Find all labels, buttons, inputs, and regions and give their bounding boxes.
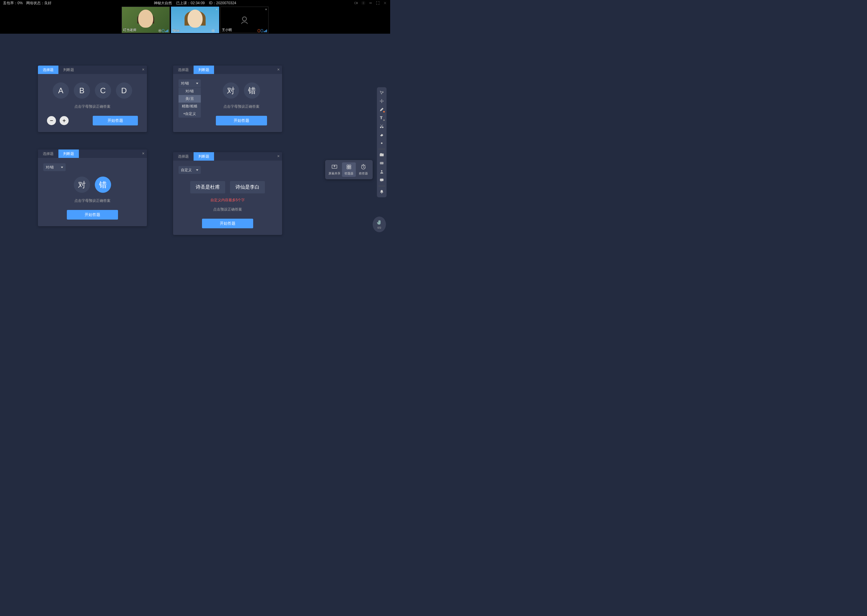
id-label: ID：	[209, 1, 216, 5]
tools-popup: 屏幕共享 答题器 抢答器	[325, 160, 373, 179]
network-value: 良好	[44, 1, 52, 5]
option-true[interactable]: 对	[223, 82, 239, 99]
error-text: 自定义内容最多5个字	[173, 198, 282, 203]
hint-text: 点击字母预设正确答案	[38, 104, 147, 109]
close-icon[interactable]: ×	[142, 151, 145, 156]
gear-icon[interactable]	[361, 1, 366, 5]
svg-rect-22	[347, 167, 349, 169]
video-tile-camera-off[interactable]: × 王小明	[221, 6, 268, 33]
chat-tool[interactable]	[378, 176, 385, 184]
raise-hand-button[interactable]: 0/2	[373, 217, 386, 232]
quiz-panel-mcq: 选择题 判断题 × A B C D 点击字母预设正确答案 − + 开始答题	[38, 66, 147, 132]
tab-true-false[interactable]: 判断题	[58, 149, 79, 158]
tf-type-dropdown[interactable]: 自定义	[178, 166, 201, 174]
tab-true-false[interactable]: 判断题	[58, 66, 79, 74]
camera-icon[interactable]	[354, 1, 358, 5]
video-strip: 叮当老师 × Nina × 王小明	[0, 6, 390, 34]
svg-point-1	[363, 2, 364, 4]
svg-rect-0	[355, 2, 357, 4]
tab-multiple-choice[interactable]: 选择题	[38, 149, 58, 158]
svg-rect-14	[382, 162, 383, 163]
bell-tool[interactable]	[378, 188, 385, 195]
class-title: 神秘大自然	[154, 1, 172, 6]
dropdown-item[interactable]: 美/丑	[178, 95, 201, 102]
cut-tool[interactable]	[378, 123, 385, 130]
option-false[interactable]: 错	[244, 82, 260, 99]
dropdown-item[interactable]: 精致/粗糙	[178, 102, 201, 110]
option-a[interactable]: A	[53, 82, 69, 99]
remove-option-button[interactable]: −	[47, 116, 56, 125]
custom-option-2[interactable]: 诗仙是李白	[230, 181, 265, 193]
close-icon[interactable]: ×	[277, 67, 280, 72]
pen-tool[interactable]	[378, 106, 385, 113]
option-true[interactable]: 对	[74, 176, 90, 193]
duration-value: 02:34:09	[191, 1, 205, 5]
svg-point-5	[242, 17, 246, 21]
option-d[interactable]: D	[116, 82, 132, 99]
quiz-panel-custom: 选择题 判断题 × 自定义 诗圣是杜甫 诗仙是李白 自定义内容最多5个字 点击预…	[173, 152, 282, 235]
mic-muted-icon	[258, 29, 260, 32]
close-icon[interactable]: ×	[142, 67, 145, 72]
text-tool[interactable]: T	[378, 114, 385, 121]
svg-rect-21	[349, 165, 351, 167]
participants-tool[interactable]	[378, 168, 385, 175]
top-bar: 丢包率：0% 网络状态：良好 神秘大自然 已上课：02:34:09 ID：202…	[0, 0, 390, 6]
tab-multiple-choice[interactable]: 选择题	[38, 66, 58, 74]
svg-point-6	[383, 91, 383, 91]
mic-icon	[162, 29, 164, 32]
dropdown-item[interactable]: 对/错	[178, 88, 201, 95]
volume-bars	[264, 30, 267, 32]
hint-text: 点击字母预设正确答案	[38, 198, 147, 203]
add-option-button[interactable]: +	[60, 116, 69, 125]
svg-rect-20	[347, 165, 349, 167]
tab-true-false[interactable]: 判断题	[194, 152, 214, 160]
option-c[interactable]: C	[95, 82, 111, 99]
video-tile-teacher[interactable]: 叮当老师	[121, 6, 170, 33]
start-quiz-button[interactable]: 开始答题	[67, 210, 118, 220]
right-toolbar: T	[377, 87, 386, 197]
close-icon[interactable]: ×	[265, 8, 267, 11]
option-false[interactable]: 错	[95, 176, 111, 193]
eraser-tool[interactable]	[378, 131, 385, 138]
record-icon	[212, 29, 214, 32]
hint-text: 点击字母预设正确答案	[201, 104, 282, 109]
video-tile-student[interactable]: × Nina	[171, 6, 219, 33]
participant-name: 王小明	[222, 28, 232, 32]
svg-rect-13	[380, 162, 381, 163]
tf-type-dropdown[interactable]: 对/错	[43, 163, 66, 171]
fullscreen-icon[interactable]	[376, 1, 380, 5]
tab-true-false[interactable]: 判断题	[194, 66, 214, 74]
record-icon	[158, 29, 161, 32]
close-icon[interactable]: ×	[216, 8, 218, 11]
tab-multiple-choice[interactable]: 选择题	[173, 66, 194, 74]
close-icon[interactable]	[383, 1, 387, 5]
custom-option-1[interactable]: 诗圣是杜甫	[190, 181, 225, 193]
minimize-icon[interactable]	[369, 1, 373, 5]
start-quiz-button[interactable]: 开始答题	[216, 116, 267, 126]
dropdown-item[interactable]: +自定义	[178, 110, 201, 118]
mic-icon	[215, 29, 218, 32]
laser-tool[interactable]	[378, 140, 385, 147]
participant-name: Nina	[172, 28, 180, 32]
tab-multiple-choice[interactable]: 选择题	[173, 152, 194, 160]
quiz-panel-tf-dropdown: 选择题 判断题 × 对/错 对/错 美/丑 精致/粗糙 +自定义 对 错 点击字…	[173, 66, 282, 132]
chevron-down-icon	[196, 169, 199, 171]
screen-share-button[interactable]: 屏幕共享	[328, 162, 341, 177]
svg-rect-18	[380, 179, 383, 181]
option-b[interactable]: B	[74, 82, 90, 99]
pointer-tool[interactable]	[378, 89, 385, 96]
move-tool[interactable]	[378, 97, 385, 105]
tf-type-dropdown[interactable]: 对/错 对/错 美/丑 精致/粗糙 +自定义	[178, 79, 201, 87]
buzzer-button[interactable]: 抢答器	[356, 162, 370, 177]
quiz-panel-tf-selected: 选择题 判断题 × 对/错 对 错 点击字母预设正确答案 开始答题	[38, 149, 147, 226]
start-quiz-button[interactable]: 开始答题	[93, 116, 138, 126]
svg-text:T: T	[380, 116, 383, 120]
mic-icon	[261, 29, 263, 32]
network-label: 网络状态：	[26, 1, 44, 5]
files-tool[interactable]	[378, 151, 385, 159]
quiz-button[interactable]: 答题器	[342, 162, 356, 177]
close-icon[interactable]: ×	[277, 154, 280, 159]
start-quiz-button[interactable]: 开始答题	[202, 218, 253, 228]
apps-tool[interactable]	[378, 160, 385, 167]
duration-label: 已上课：	[176, 1, 191, 5]
